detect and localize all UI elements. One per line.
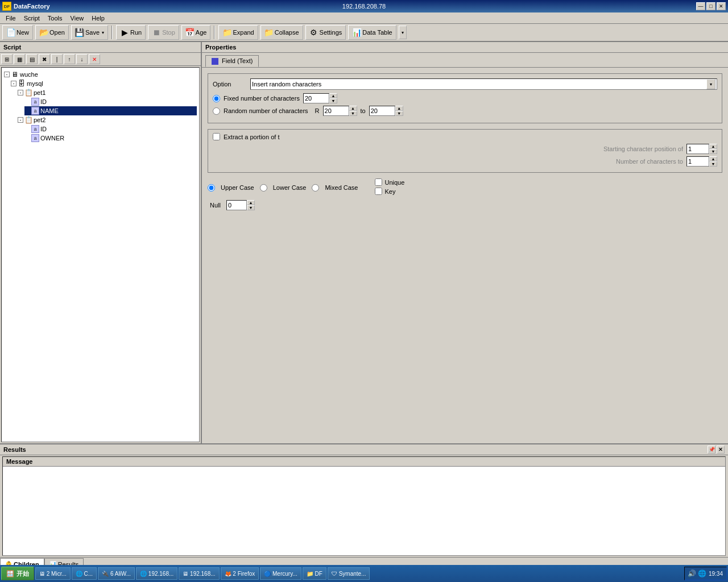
root-icon: 🖥 [11, 70, 19, 78]
results-close-btn[interactable]: ✕ [717, 446, 725, 454]
random-from-input[interactable] [323, 106, 349, 116]
lower-case-label[interactable]: Lower Case [273, 184, 307, 191]
results-pin-btn[interactable]: 📌 [708, 446, 715, 454]
taskbar-df[interactable]: 📁 DF [303, 567, 326, 580]
option-dropdown[interactable]: Insert random characters ▾ [250, 78, 717, 90]
random-to-input[interactable] [369, 106, 395, 116]
tree-root[interactable]: - 🖥 wuche [4, 70, 197, 79]
upper-case-radio[interactable] [208, 184, 215, 192]
random-from-up[interactable]: ▲ [349, 106, 357, 111]
menu-help[interactable]: Help [88, 14, 108, 23]
collapse-button[interactable]: 📁 Collapse [260, 25, 303, 40]
null-down[interactable]: ▼ [247, 205, 255, 210]
toolbar-sep-2 [214, 26, 215, 39]
random-number-radio[interactable] [213, 107, 220, 115]
script-panel-title: Script [0, 42, 201, 53]
taskbar-aliw[interactable]: 🔌 6 AliW... [98, 567, 135, 580]
taskbar-192-1[interactable]: 🌐 192.168... [136, 567, 177, 580]
fixed-spin-btns: ▲ ▼ [329, 93, 337, 103]
save-button[interactable]: 💾 Save ▾ [71, 25, 108, 40]
mixed-case-label[interactable]: Mixed Case [325, 184, 358, 191]
tree-pet1[interactable]: - 📋 pet1 [18, 88, 197, 97]
maximize-btn[interactable]: □ [706, 2, 715, 10]
taskbar-192-2[interactable]: 🖥 192.168... [179, 567, 219, 580]
random-from-down[interactable]: ▼ [349, 111, 357, 116]
script-tb-3[interactable]: ▤ [26, 54, 38, 64]
taskbar-symante[interactable]: 🛡 Symante... [328, 567, 370, 580]
script-tb-5[interactable]: | [51, 54, 63, 64]
tree-pet2-id[interactable]: a ID [24, 124, 197, 134]
unique-checkbox[interactable] [375, 178, 382, 186]
age-icon: 📅 [185, 28, 195, 37]
root-toggle[interactable]: - [4, 72, 10, 77]
null-input[interactable] [226, 200, 247, 210]
extract-label[interactable]: Extract a portion of t [224, 134, 279, 140]
menu-script[interactable]: Script [20, 14, 43, 23]
fixed-number-label[interactable]: Fixed number of characters [224, 95, 300, 102]
minimize-btn[interactable]: — [696, 2, 705, 10]
script-tb-2[interactable]: ▦ [14, 54, 25, 64]
taskbar-micr[interactable]: 🖥 2 Micr... [35, 567, 71, 580]
pet1-toggle[interactable]: - [18, 90, 23, 95]
toolbar-more-btn[interactable]: ▾ [399, 26, 407, 39]
tab-field-text[interactable]: Field (Text) [205, 55, 259, 67]
fixed-number-input[interactable] [303, 93, 329, 103]
new-icon: 📄 [6, 28, 15, 37]
starting-input[interactable] [686, 144, 709, 154]
unique-key-group: Unique Key [375, 178, 404, 197]
random-to-up[interactable]: ▲ [395, 106, 403, 111]
menu-file[interactable]: File [2, 14, 19, 23]
mysql-toggle[interactable]: - [11, 81, 16, 86]
menu-view[interactable]: View [67, 14, 88, 23]
option-dropdown-arrow[interactable]: ▾ [706, 79, 715, 89]
upper-case-label[interactable]: Upper Case [221, 184, 254, 191]
start-button[interactable]: 🪟 开始 [1, 567, 34, 580]
null-btns: ▲ ▼ [247, 200, 255, 210]
fixed-number-radio[interactable] [213, 95, 220, 102]
open-button[interactable]: 📂 Open [35, 25, 69, 40]
taskbar-firefox[interactable]: 🦊 2 Firefox [221, 567, 259, 580]
taskbar-c[interactable]: 🌐 C... [72, 567, 97, 580]
age-button[interactable]: 📅 Age [181, 25, 211, 40]
settings-button[interactable]: ⚙ Settings [305, 25, 346, 40]
new-button[interactable]: 📄 New [2, 25, 33, 40]
tree-pet1-name[interactable]: a NAME [24, 106, 197, 115]
random-to-down[interactable]: ▼ [395, 111, 403, 116]
starting-up[interactable]: ▲ [709, 144, 717, 149]
random-number-label[interactable]: Random number of characters [224, 107, 308, 114]
extract-checkbox[interactable] [213, 133, 220, 140]
tray-icon-2: 🌐 [698, 569, 706, 577]
script-tb-7[interactable]: ↓ [76, 54, 88, 64]
key-checkbox[interactable] [375, 188, 382, 195]
null-up[interactable]: ▲ [247, 200, 255, 205]
tree-pet1-id[interactable]: a ID [24, 97, 197, 106]
fixed-spin-down[interactable]: ▼ [329, 98, 337, 103]
script-tb-4[interactable]: ✖ [39, 54, 50, 64]
pet2-toggle[interactable]: - [18, 117, 23, 123]
unique-label[interactable]: Unique [384, 179, 404, 186]
pet2-label: pet2 [34, 117, 46, 123]
number-input[interactable] [686, 156, 709, 167]
script-tb-6[interactable]: ↑ [64, 54, 75, 64]
taskbar-mercury[interactable]: 🔵 Mercury... [260, 567, 301, 580]
case-row: Upper Case Lower Case Mixed Case Unique … [208, 178, 722, 197]
lower-case-radio[interactable] [260, 184, 267, 192]
key-label[interactable]: Key [384, 188, 395, 195]
script-tb-delete[interactable]: ✕ [89, 54, 100, 64]
number-down[interactable]: ▼ [709, 161, 717, 167]
starting-down[interactable]: ▼ [709, 149, 717, 154]
close-btn[interactable]: ✕ [717, 2, 726, 10]
run-button[interactable]: ▶ Run [116, 25, 146, 40]
menu-tools[interactable]: Tools [44, 14, 66, 23]
mixed-case-radio[interactable] [312, 184, 319, 192]
number-up[interactable]: ▲ [709, 156, 717, 161]
tree-pet2-owner[interactable]: a OWNER [24, 134, 197, 143]
tree-pet2[interactable]: - 📋 pet2 [18, 115, 197, 124]
pet2-owner-label: OWNER [40, 135, 64, 142]
script-tb-1[interactable]: ⊞ [1, 54, 13, 64]
fixed-spin-up[interactable]: ▲ [329, 93, 337, 98]
datatable-button[interactable]: 📊 Data Table [348, 25, 396, 40]
expand-button[interactable]: 📁 Expand [218, 25, 258, 40]
stop-button[interactable]: ⏹ Stop [148, 25, 179, 40]
tree-mysql[interactable]: - 🗄 mysql [11, 79, 197, 88]
